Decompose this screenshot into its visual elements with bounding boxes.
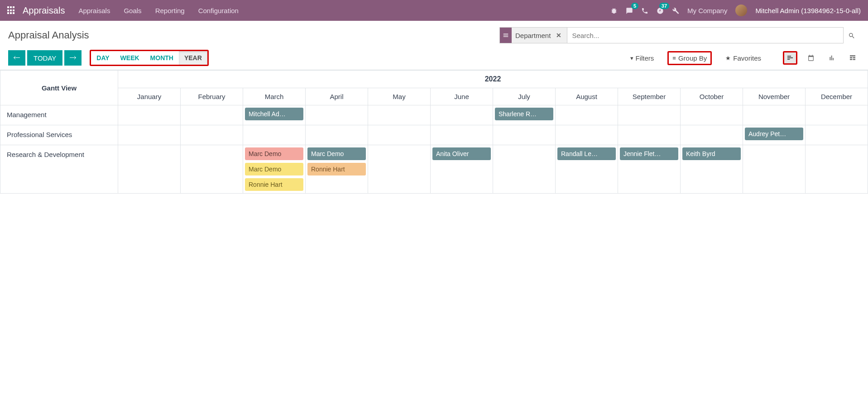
search-input[interactable] bbox=[567, 28, 843, 43]
gantt-cell[interactable] bbox=[118, 145, 181, 194]
scale-year[interactable]: YEAR bbox=[179, 51, 207, 65]
gantt-cell[interactable] bbox=[681, 105, 743, 125]
groupby-label: Group By bbox=[678, 54, 707, 62]
gantt-pill[interactable]: Ronnie Hart bbox=[245, 178, 303, 191]
filters-label: Filters bbox=[636, 54, 654, 62]
gantt-cell[interactable]: Anita Oliver bbox=[431, 145, 493, 194]
prev-button[interactable]: 🡐 bbox=[8, 50, 25, 66]
scale-week[interactable]: WEEK bbox=[115, 51, 145, 65]
avatar[interactable] bbox=[735, 5, 747, 16]
gantt-cell[interactable] bbox=[493, 125, 556, 145]
gantt-cell[interactable] bbox=[306, 125, 368, 145]
gantt-cell[interactable] bbox=[556, 105, 618, 125]
gantt-row: Research & DevelopmentMarc DemoMarc Demo… bbox=[0, 145, 868, 194]
gantt-cell[interactable] bbox=[681, 125, 743, 145]
bug-icon[interactable] bbox=[610, 6, 618, 14]
gantt-pill[interactable]: Marc Demo bbox=[245, 163, 303, 175]
pivot-view-button[interactable] bbox=[845, 51, 860, 65]
month-header: February bbox=[181, 88, 243, 105]
gantt-cell[interactable] bbox=[181, 145, 243, 194]
gantt-pill[interactable]: Keith Byrd bbox=[682, 147, 741, 160]
graph-view-button[interactable] bbox=[825, 51, 839, 65]
messages-icon[interactable]: 5 bbox=[626, 6, 633, 14]
facet-remove-icon[interactable]: ✕ bbox=[554, 32, 563, 39]
gantt-pill[interactable]: Ronnie Hart bbox=[307, 163, 366, 175]
gantt-cell[interactable] bbox=[368, 125, 431, 145]
top-nav: Appraisals Appraisals Goals Reporting Co… bbox=[0, 0, 868, 21]
gantt-corner: Gantt View bbox=[0, 71, 118, 105]
gantt-cell[interactable]: Sharlene R… bbox=[493, 105, 556, 125]
next-button[interactable]: 🡒 bbox=[64, 50, 82, 66]
month-header: January bbox=[118, 88, 181, 105]
search-icon[interactable] bbox=[844, 31, 860, 39]
main-menu: Appraisals Goals Reporting Configuration bbox=[78, 7, 239, 14]
messages-badge: 5 bbox=[631, 3, 638, 9]
scale-group: DAY WEEK MONTH YEAR bbox=[90, 50, 209, 66]
gantt-pill[interactable]: Marc Demo bbox=[307, 147, 366, 160]
gantt-pill[interactable]: Mitchell Ad… bbox=[245, 108, 303, 120]
search-bar: Department ✕ bbox=[499, 27, 844, 43]
gantt-pill[interactable]: Randall Le… bbox=[557, 147, 616, 160]
activities-icon[interactable]: 37 bbox=[657, 6, 664, 14]
gantt-pill[interactable]: Sharlene R… bbox=[495, 108, 553, 120]
gantt-cell[interactable]: Audrey Pet… bbox=[743, 125, 806, 145]
control-panel: Appraisal Analysis Department ✕ 🡐 TODAY … bbox=[0, 21, 868, 70]
brand: Appraisals bbox=[23, 5, 65, 16]
gantt-cell[interactable]: Marc DemoMarc DemoRonnie Hart bbox=[243, 145, 306, 194]
gantt-cell[interactable] bbox=[368, 105, 431, 125]
gantt-cell[interactable] bbox=[556, 125, 618, 145]
phone-icon[interactable] bbox=[641, 6, 648, 14]
gantt-cell[interactable]: Randall Le… bbox=[556, 145, 618, 194]
month-header: October bbox=[681, 88, 743, 105]
groupby-button[interactable]: ≡ Group By bbox=[667, 51, 712, 65]
user-menu[interactable]: Mitchell Admin (13984962-15-0-all) bbox=[755, 7, 861, 14]
month-header: June bbox=[431, 88, 493, 105]
gantt-view: Gantt View 2022 JanuaryFebruaryMarchApri… bbox=[0, 70, 868, 194]
gantt-cell[interactable]: Keith Byrd bbox=[681, 145, 743, 194]
gantt-pill[interactable]: Anita Oliver bbox=[432, 147, 491, 160]
menu-appraisals[interactable]: Appraisals bbox=[78, 7, 110, 14]
gantt-cell[interactable] bbox=[806, 125, 868, 145]
gantt-cell[interactable] bbox=[806, 145, 868, 194]
filters-button[interactable]: ▾ Filters bbox=[627, 52, 658, 64]
gantt-row: Professional ServicesAudrey Pet… bbox=[0, 125, 868, 145]
today-button[interactable]: TODAY bbox=[27, 50, 62, 66]
gantt-cell[interactable] bbox=[118, 105, 181, 125]
gantt-cell[interactable]: Marc DemoRonnie Hart bbox=[306, 145, 368, 194]
tools-icon[interactable] bbox=[672, 6, 679, 14]
gantt-cell[interactable]: Mitchell Ad… bbox=[243, 105, 306, 125]
company-selector[interactable]: My Company bbox=[687, 7, 727, 14]
gantt-cell[interactable]: Jennie Flet… bbox=[618, 145, 681, 194]
apps-icon[interactable] bbox=[7, 6, 15, 14]
gantt-cell[interactable] bbox=[118, 125, 181, 145]
gantt-cell[interactable] bbox=[743, 105, 806, 125]
menu-configuration[interactable]: Configuration bbox=[198, 7, 239, 14]
gantt-cell[interactable] bbox=[181, 125, 243, 145]
gantt-pill[interactable]: Marc Demo bbox=[245, 147, 303, 160]
gantt-cell[interactable] bbox=[618, 125, 681, 145]
gantt-cell[interactable] bbox=[806, 105, 868, 125]
menu-goals[interactable]: Goals bbox=[124, 7, 141, 14]
gantt-cell[interactable] bbox=[618, 105, 681, 125]
scale-day[interactable]: DAY bbox=[91, 51, 115, 65]
menu-reporting[interactable]: Reporting bbox=[155, 7, 185, 14]
gantt-cell[interactable] bbox=[306, 105, 368, 125]
month-header: March bbox=[243, 88, 306, 105]
gantt-cell[interactable] bbox=[743, 145, 806, 194]
gantt-row-label: Management bbox=[0, 105, 118, 125]
view-switcher bbox=[783, 51, 860, 65]
facet-label: Department bbox=[512, 32, 554, 39]
gantt-cell[interactable] bbox=[243, 125, 306, 145]
gantt-cell[interactable] bbox=[493, 145, 556, 194]
gantt-row-label: Professional Services bbox=[0, 125, 118, 145]
gantt-cell[interactable] bbox=[431, 105, 493, 125]
scale-month[interactable]: MONTH bbox=[145, 51, 179, 65]
calendar-view-button[interactable] bbox=[804, 51, 818, 65]
gantt-pill[interactable]: Jennie Flet… bbox=[620, 147, 678, 160]
gantt-cell[interactable] bbox=[368, 145, 431, 194]
gantt-view-button[interactable] bbox=[783, 51, 797, 65]
favorites-button[interactable]: ★ Favorites bbox=[722, 52, 765, 64]
gantt-cell[interactable] bbox=[431, 125, 493, 145]
gantt-cell[interactable] bbox=[181, 105, 243, 125]
gantt-pill[interactable]: Audrey Pet… bbox=[745, 128, 803, 140]
